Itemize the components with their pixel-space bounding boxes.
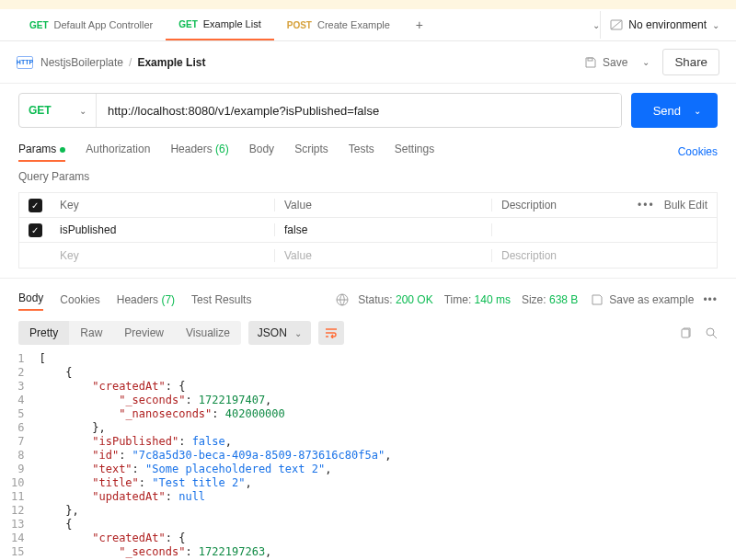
params-table: ✓ Key Value Description ••• Bulk Edit ✓ … — [18, 192, 718, 269]
bulk-edit-link[interactable]: Bulk Edit — [664, 199, 707, 211]
time-value: 140 ms — [475, 293, 511, 306]
request-name[interactable]: Example List — [137, 56, 205, 69]
subtab-headers[interactable]: Headers (6) — [170, 143, 228, 161]
view-pretty[interactable]: Pretty — [18, 321, 69, 345]
chevron-down-icon: ⌄ — [294, 328, 302, 338]
select-all-checkbox[interactable]: ✓ — [29, 199, 42, 212]
resp-tab-test-results[interactable]: Test Results — [191, 293, 251, 306]
subtab-label: Headers — [170, 143, 212, 155]
svg-line-1 — [611, 20, 622, 29]
subtab-params[interactable]: Params — [18, 143, 65, 161]
subtab-authorization[interactable]: Authorization — [86, 143, 150, 161]
save-icon — [584, 56, 597, 69]
url-row: GET ⌄ Send ⌄ — [0, 84, 736, 137]
tab-label: Default App Controller — [54, 19, 154, 30]
resp-tab-headers[interactable]: Headers (7) — [117, 293, 175, 306]
tab-create-example[interactable]: POST Create Example — [274, 9, 403, 40]
view-visualize[interactable]: Visualize — [175, 321, 241, 345]
time-label: Time: — [444, 293, 472, 306]
url-input[interactable] — [97, 94, 621, 127]
breadcrumb-collection[interactable]: NestjsBoilerplate — [40, 56, 123, 69]
copy-icon[interactable] — [679, 326, 692, 339]
param-key[interactable]: isPublished — [51, 223, 275, 236]
tab-label: Create Example — [317, 19, 390, 30]
cookies-link[interactable]: Cookies — [678, 145, 718, 158]
col-description: Description — [501, 199, 557, 211]
tab-default-app-controller[interactable]: GET Default App Controller — [17, 9, 166, 40]
view-raw[interactable]: Raw — [69, 321, 113, 345]
save-dropdown-chevron[interactable]: ⌄ — [642, 57, 650, 67]
http-badge-icon: HTTP — [17, 56, 33, 69]
resp-tab-cookies[interactable]: Cookies — [60, 293, 99, 306]
globe-icon[interactable] — [336, 293, 349, 306]
environment-label: No environment — [628, 18, 707, 31]
tab-example-list[interactable]: GET Example List — [166, 9, 274, 40]
breadcrumb-sep: / — [129, 56, 132, 69]
resp-headers-count: (7) — [161, 293, 175, 306]
send-button[interactable]: Send ⌄ — [631, 93, 718, 128]
size-value: 638 B — [549, 293, 578, 306]
more-icon[interactable]: ••• — [638, 199, 655, 211]
notification-bar — [0, 0, 736, 9]
request-tabs-bar: GET Default App Controller GET Example L… — [0, 9, 736, 41]
svg-rect-2 — [588, 58, 592, 61]
params-header-row: ✓ Key Value Description ••• Bulk Edit — [19, 193, 717, 218]
send-dropdown-chevron[interactable]: ⌄ — [694, 106, 701, 116]
status-label: Status: — [358, 293, 392, 306]
subtab-scripts[interactable]: Scripts — [294, 143, 328, 161]
json-code: [ { "createdAt": { "_seconds": 172219740… — [39, 352, 391, 560]
add-tab-button[interactable]: + — [403, 17, 436, 32]
row-checkbox[interactable]: ✓ — [29, 223, 42, 237]
param-key-placeholder[interactable]: Key — [51, 249, 275, 262]
environment-select[interactable]: No environment ⌄ — [601, 9, 729, 41]
format-select[interactable]: JSON ⌄ — [248, 321, 311, 345]
save-button[interactable]: Save — [575, 51, 637, 74]
response-bar: Body Cookies Headers (7) Test Results St… — [0, 278, 736, 314]
chevron-down-icon: ⌄ — [712, 20, 719, 30]
svg-rect-4 — [682, 329, 689, 337]
resp-tab-body[interactable]: Body — [18, 291, 43, 308]
response-body[interactable]: 123456789101112131415161718 [ { "created… — [0, 352, 736, 560]
wrap-lines-button[interactable] — [318, 321, 344, 345]
save-as-example-button[interactable]: Save as example — [591, 293, 694, 306]
response-toolbar: Pretty Raw Preview Visualize JSON ⌄ — [0, 314, 736, 352]
save-example-label: Save as example — [609, 293, 694, 306]
request-subtabs: Params Authorization Headers (6) Body Sc… — [0, 137, 736, 166]
method-value: GET — [29, 104, 52, 117]
query-params-label: Query Params — [0, 166, 736, 187]
param-desc-placeholder[interactable]: Description — [492, 249, 717, 262]
chevron-down-icon: ⌄ — [79, 106, 86, 116]
title-row: HTTP NestjsBoilerplate / Example List Sa… — [0, 41, 736, 84]
format-value: JSON — [258, 326, 287, 339]
search-icon[interactable] — [705, 326, 718, 339]
line-gutter: 123456789101112131415161718 — [6, 352, 39, 560]
table-row: ✓ isPublished false — [19, 218, 717, 243]
view-preview[interactable]: Preview — [113, 321, 175, 345]
method-badge: POST — [287, 20, 312, 30]
svg-line-6 — [713, 335, 717, 338]
no-env-icon — [610, 18, 623, 31]
param-value-placeholder[interactable]: Value — [275, 249, 492, 262]
subtab-body[interactable]: Body — [249, 143, 274, 161]
subtab-settings[interactable]: Settings — [395, 143, 434, 161]
tab-label: Example List — [203, 18, 261, 29]
table-row-empty: Key Value Description — [19, 243, 717, 268]
headers-count: (6) — [215, 143, 229, 155]
method-badge: GET — [178, 19, 198, 29]
response-more-icon[interactable]: ••• — [703, 293, 718, 306]
tabs-overflow-chevron[interactable]: ⌄ — [592, 20, 600, 30]
send-label: Send — [653, 104, 681, 118]
status-value: 200 OK — [396, 293, 433, 306]
subtab-label: Params — [18, 143, 56, 155]
resp-headers-label: Headers — [117, 293, 158, 306]
param-value[interactable]: false — [275, 223, 492, 236]
subtab-tests[interactable]: Tests — [349, 143, 374, 161]
method-select[interactable]: GET ⌄ — [19, 94, 97, 127]
svg-point-5 — [707, 328, 714, 336]
params-active-dot — [60, 147, 65, 153]
save-icon — [591, 293, 604, 306]
col-key: Key — [51, 199, 275, 211]
status-info: Status: 200 OK Time: 140 ms Size: 638 B — [358, 293, 578, 306]
share-button[interactable]: Share — [662, 49, 719, 75]
col-value: Value — [275, 199, 492, 211]
